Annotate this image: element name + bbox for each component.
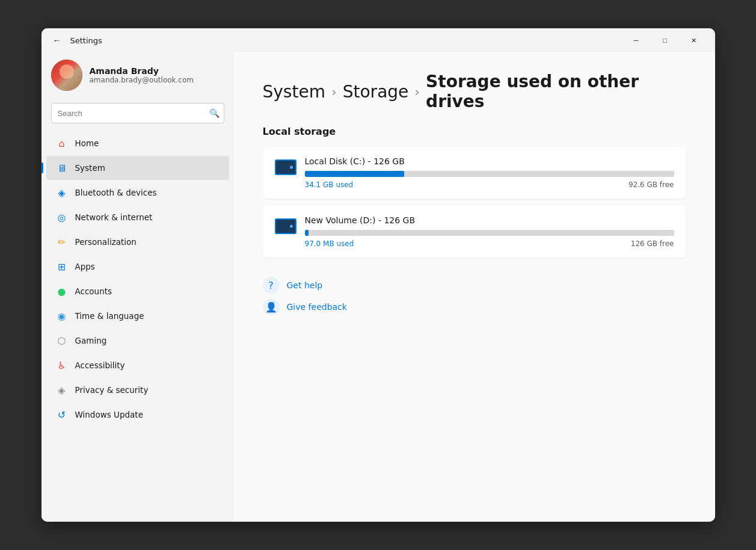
breadcrumb-sep-1: ›: [331, 84, 337, 99]
hdd-graphic-1: [275, 218, 297, 234]
sidebar-label-privacy: Privacy & security: [75, 385, 149, 395]
user-profile: Amanda Brady amanda.brady@outlook.com: [41, 52, 234, 103]
system-icon: 🖥: [56, 162, 68, 174]
user-info: Amanda Brady amanda.brady@outlook.com: [90, 66, 194, 84]
drive-stats-1: 97.0 MB used 126 GB free: [305, 239, 674, 248]
breadcrumb: System › Storage › Storage used on other…: [263, 72, 686, 111]
sidebar-label-personalization: Personalization: [75, 237, 137, 247]
sidebar-label-system: System: [75, 163, 105, 173]
search-box: 🔍: [51, 103, 224, 123]
user-email: amanda.brady@outlook.com: [90, 76, 194, 84]
sidebar-item-update[interactable]: ↺ Windows Update: [46, 403, 229, 427]
close-button[interactable]: ✕: [680, 31, 708, 50]
avatar: [51, 60, 82, 91]
sidebar-label-apps: Apps: [75, 262, 95, 271]
nav-list: ⌂ Home 🖥 System ◈ Bluetooth & devices ◎ …: [41, 131, 234, 427]
drive-stats-0: 34.1 GB used 92.6 GB free: [305, 181, 674, 189]
drive-used-1: 97.0 MB used: [305, 239, 354, 248]
sidebar-label-gaming: Gaming: [75, 336, 107, 345]
time-icon: ◉: [56, 310, 68, 322]
sidebar-label-home: Home: [75, 138, 99, 148]
drive-free-0: 92.6 GB free: [628, 181, 674, 189]
network-icon: ◎: [56, 211, 68, 223]
breadcrumb-sep-2: ›: [414, 84, 420, 99]
drive-name-1: New Volume (D:) - 126 GB: [305, 215, 674, 225]
drive-used-0: 34.1 GB used: [305, 181, 354, 189]
drive-free-1: 126 GB free: [631, 239, 674, 248]
sidebar-label-accessibility: Accessibility: [75, 360, 125, 370]
title-bar-left: ← Settings: [49, 32, 622, 49]
minimize-button[interactable]: ─: [622, 31, 650, 50]
accessibility-icon: ♿: [56, 359, 68, 371]
sidebar: Amanda Brady amanda.brady@outlook.com 🔍 …: [41, 52, 234, 522]
avatar-image: [51, 60, 82, 91]
section-title: Local storage: [263, 126, 686, 137]
update-icon: ↺: [56, 409, 68, 421]
sidebar-item-gaming[interactable]: ⬡ Gaming: [46, 329, 229, 353]
title-bar: ← Settings ─ □ ✕: [41, 28, 715, 52]
sidebar-label-network: Network & internet: [75, 212, 153, 222]
drive-info-1: New Volume (D:) - 126 GB 97.0 MB used 12…: [305, 215, 674, 248]
sidebar-item-bluetooth[interactable]: ◈ Bluetooth & devices: [46, 181, 229, 205]
content-area: Amanda Brady amanda.brady@outlook.com 🔍 …: [41, 52, 715, 522]
get-help-link[interactable]: ? Get help: [263, 277, 686, 294]
sidebar-item-network[interactable]: ◎ Network & internet: [46, 205, 229, 229]
privacy-icon: ◈: [56, 384, 68, 396]
sidebar-item-home[interactable]: ⌂ Home: [46, 131, 229, 155]
give-feedback-label: Give feedback: [287, 302, 347, 312]
window-controls: ─ □ ✕: [622, 31, 708, 50]
home-icon: ⌂: [56, 137, 68, 149]
sidebar-item-accessibility[interactable]: ♿ Accessibility: [46, 353, 229, 377]
breadcrumb-current: Storage used on other drives: [426, 72, 686, 111]
window-title: Settings: [70, 36, 102, 45]
drive-card-1[interactable]: New Volume (D:) - 126 GB 97.0 MB used 12…: [263, 206, 686, 258]
sidebar-item-personalization[interactable]: ✏ Personalization: [46, 230, 229, 254]
personalization-icon: ✏: [56, 236, 68, 248]
drive-card-0[interactable]: Local Disk (C:) - 126 GB 34.1 GB used 92…: [263, 147, 686, 199]
breadcrumb-storage: Storage: [343, 82, 409, 102]
give-feedback-link[interactable]: 👤 Give feedback: [263, 298, 686, 315]
search-input[interactable]: [51, 103, 224, 123]
drives-list: Local Disk (C:) - 126 GB 34.1 GB used 92…: [263, 147, 686, 258]
user-name: Amanda Brady: [90, 66, 194, 76]
settings-window: ← Settings ─ □ ✕ Amanda Brady amanda.bra…: [41, 28, 715, 522]
gaming-icon: ⬡: [56, 335, 68, 347]
bluetooth-icon: ◈: [56, 187, 68, 199]
drive-bar-wrap-1: [305, 230, 674, 236]
sidebar-item-accounts[interactable]: ● Accounts: [46, 279, 229, 303]
drive-info-0: Local Disk (C:) - 126 GB 34.1 GB used 92…: [305, 156, 674, 189]
sidebar-item-privacy[interactable]: ◈ Privacy & security: [46, 378, 229, 402]
main-content: System › Storage › Storage used on other…: [234, 52, 715, 522]
sidebar-label-accounts: Accounts: [75, 286, 112, 296]
accounts-icon: ●: [56, 285, 68, 297]
sidebar-label-time: Time & language: [75, 311, 144, 321]
drive-icon-1: [275, 215, 297, 237]
sidebar-item-time[interactable]: ◉ Time & language: [46, 304, 229, 328]
maximize-button[interactable]: □: [651, 31, 679, 50]
drive-bar-fill-1: [305, 230, 309, 236]
back-button[interactable]: ←: [49, 32, 66, 49]
sidebar-item-apps[interactable]: ⊞ Apps: [46, 255, 229, 279]
give-feedback-icon: 👤: [263, 298, 280, 315]
sidebar-label-update: Windows Update: [75, 410, 143, 419]
sidebar-label-bluetooth: Bluetooth & devices: [75, 188, 157, 197]
drive-bar-fill-0: [305, 171, 405, 177]
sidebar-item-system[interactable]: 🖥 System: [46, 156, 229, 180]
help-section: ? Get help 👤 Give feedback: [263, 277, 686, 315]
get-help-icon: ?: [263, 277, 280, 294]
apps-icon: ⊞: [56, 261, 68, 273]
breadcrumb-system: System: [263, 82, 325, 102]
drive-bar-wrap-0: [305, 171, 674, 177]
drive-icon-0: [275, 156, 297, 178]
hdd-graphic-0: [275, 159, 297, 175]
drive-name-0: Local Disk (C:) - 126 GB: [305, 156, 674, 166]
get-help-label: Get help: [287, 280, 323, 290]
